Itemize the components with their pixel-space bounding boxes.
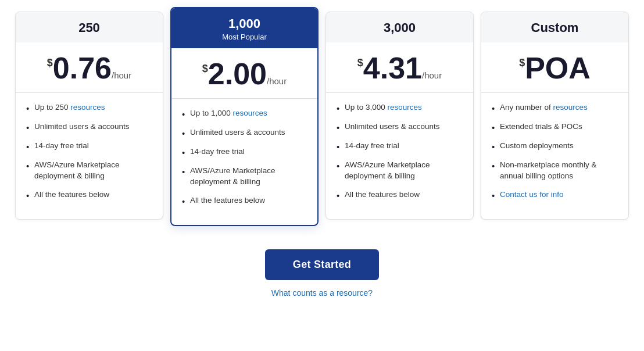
- plan-card-plan-250: 250$0.76/hourUp to 250 resourcesUnlimite…: [15, 12, 163, 220]
- plan-card-plan-custom: Custom$POAAny number of resourcesExtende…: [481, 12, 629, 220]
- feature-item-plan-1000-3: AWS/Azure Marketplace deployment & billi…: [182, 166, 307, 188]
- feature-item-plan-3000-1: Unlimited users & accounts: [337, 121, 463, 132]
- features-list-plan-custom: Any number of resourcesExtended trials &…: [481, 93, 628, 219]
- features-list-plan-250: Up to 250 resourcesUnlimited users & acc…: [16, 93, 163, 219]
- plan-card-plan-1000: 1,000Most Popular$2.00/hourUp to 1,000 r…: [170, 7, 319, 226]
- price-amount-plan-250: 0.76: [53, 53, 112, 83]
- feature-item-plan-custom-4: Contact us for info: [492, 189, 618, 200]
- feature-item-plan-250-1: Unlimited users & accounts: [26, 121, 152, 132]
- plan-header-plan-1000: 1,000Most Popular: [171, 8, 317, 48]
- price-symbol-plan-custom: $: [519, 58, 525, 68]
- price-row-plan-1000: $2.00/hour: [181, 59, 308, 89]
- feature-link-plan-3000-0[interactable]: resources: [388, 103, 422, 112]
- feature-item-plan-custom-1: Extended trials & POCs: [492, 121, 618, 132]
- price-section-plan-3000: $4.31/hour: [326, 42, 473, 93]
- get-started-button[interactable]: Get Started: [265, 249, 379, 280]
- plan-header-plan-250: 250: [16, 12, 163, 42]
- feature-link-plan-custom-4[interactable]: Contact us for info: [500, 190, 564, 199]
- price-section-plan-custom: $POA: [481, 42, 628, 93]
- price-row-plan-custom: $POA: [491, 53, 619, 83]
- feature-item-plan-250-2: 14-day free trial: [26, 141, 152, 152]
- feature-item-plan-1000-4: All the features below: [182, 195, 307, 206]
- price-amount-plan-custom: POA: [525, 53, 591, 83]
- plan-header-plan-custom: Custom: [481, 12, 628, 42]
- plan-header-plan-3000: 3,000: [326, 12, 473, 42]
- feature-item-plan-custom-3: Non-marketplace monthly & annual billing…: [492, 160, 618, 182]
- price-section-plan-1000: $2.00/hour: [171, 48, 317, 99]
- bottom-section: Get Started What counts as a resource?: [265, 249, 379, 298]
- feature-item-plan-3000-2: 14-day free trial: [337, 141, 463, 152]
- pricing-grid: 250$0.76/hourUp to 250 resourcesUnlimite…: [15, 12, 629, 231]
- price-section-plan-250: $0.76/hour: [16, 42, 163, 93]
- resource-link[interactable]: What counts as a resource?: [271, 288, 373, 298]
- feature-item-plan-250-3: AWS/Azure Marketplace deployment & billi…: [26, 160, 152, 182]
- feature-item-plan-3000-3: AWS/Azure Marketplace deployment & billi…: [337, 160, 463, 182]
- features-list-plan-1000: Up to 1,000 resourcesUnlimited users & a…: [171, 99, 317, 225]
- price-unit-plan-3000: /hour: [422, 71, 442, 80]
- price-unit-plan-1000: /hour: [267, 77, 287, 85]
- price-row-plan-3000: $4.31/hour: [335, 53, 464, 83]
- price-row-plan-250: $0.76/hour: [25, 53, 153, 83]
- feature-item-plan-3000-4: All the features below: [337, 189, 463, 200]
- plan-title-plan-250: 250: [25, 20, 153, 35]
- feature-item-plan-250-4: All the features below: [26, 189, 152, 200]
- plan-title-plan-3000: 3,000: [335, 20, 464, 35]
- plan-title-plan-custom: Custom: [491, 20, 619, 35]
- feature-link-plan-250-0[interactable]: resources: [70, 103, 105, 112]
- feature-item-plan-1000-1: Unlimited users & accounts: [182, 127, 307, 138]
- plan-badge-plan-1000: Most Popular: [181, 33, 308, 41]
- plan-card-plan-3000: 3,000$4.31/hourUp to 3,000 resourcesUnli…: [325, 12, 474, 220]
- feature-item-plan-1000-2: 14-day free trial: [182, 146, 307, 157]
- feature-item-plan-3000-0: Up to 3,000 resources: [337, 102, 463, 113]
- price-amount-plan-3000: 4.31: [363, 53, 422, 83]
- feature-link-plan-1000-0[interactable]: resources: [233, 109, 267, 117]
- price-unit-plan-250: /hour: [112, 71, 131, 80]
- feature-item-plan-custom-2: Custom deployments: [492, 141, 618, 152]
- feature-link-plan-custom-0[interactable]: resources: [553, 103, 588, 112]
- plan-title-plan-1000: 1,000: [181, 16, 308, 31]
- price-symbol-plan-1000: $: [202, 63, 208, 74]
- price-symbol-plan-250: $: [47, 58, 53, 68]
- price-amount-plan-1000: 2.00: [208, 59, 267, 89]
- price-symbol-plan-3000: $: [357, 58, 363, 68]
- feature-item-plan-250-0: Up to 250 resources: [26, 102, 152, 113]
- features-list-plan-3000: Up to 3,000 resourcesUnlimited users & a…: [326, 93, 473, 219]
- feature-item-plan-custom-0: Any number of resources: [492, 102, 618, 113]
- feature-item-plan-1000-0: Up to 1,000 resources: [182, 108, 307, 119]
